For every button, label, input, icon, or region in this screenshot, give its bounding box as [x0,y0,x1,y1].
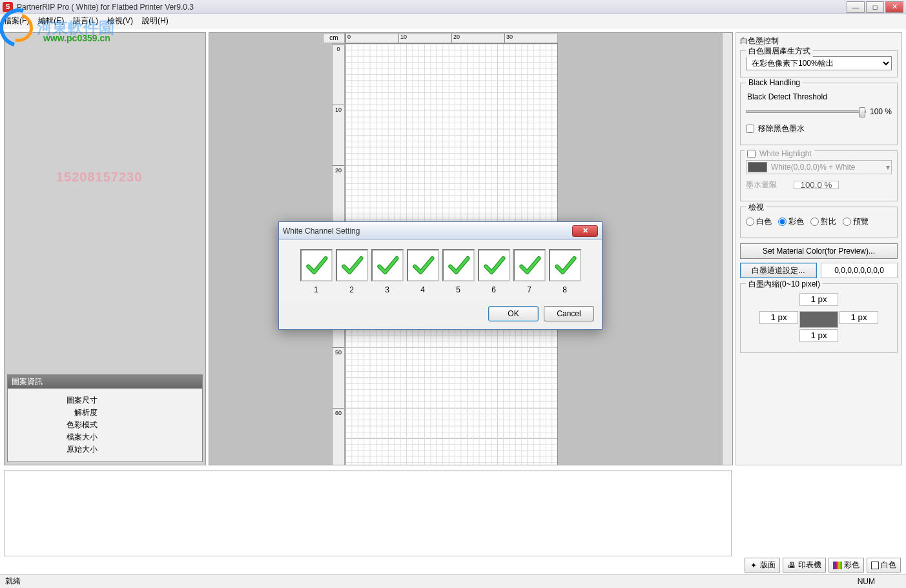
checkmark-icon [518,254,541,277]
channel-box[interactable] [407,249,439,281]
channel-box[interactable] [513,249,546,281]
cancel-button[interactable]: Cancel [544,306,594,321]
checkmark-icon [376,254,399,277]
channel-box[interactable] [371,249,404,281]
channel-box[interactable] [300,249,333,281]
channel-box[interactable] [549,249,581,281]
checkmark-icon [447,254,470,277]
channel-toggle-1[interactable]: 1 [300,249,333,294]
checkmark-icon [305,254,328,277]
channel-toggle-8[interactable]: 8 [549,249,581,294]
channel-number: 6 [478,285,510,294]
checkmark-icon [553,254,577,277]
channel-number: 3 [371,285,404,294]
modal-overlay: White Channel Setting ✕ 1 2 3 [0,0,906,588]
channel-number: 7 [513,285,546,294]
channel-toggle-5[interactable]: 5 [442,249,475,294]
checkmark-icon [411,254,435,277]
channel-box[interactable] [442,249,475,281]
channel-number: 1 [300,285,333,294]
channel-toggle-4[interactable]: 4 [407,249,439,294]
dialog-titlebar[interactable]: White Channel Setting ✕ [279,222,602,240]
channel-number: 4 [407,285,439,294]
dialog-title: White Channel Setting [283,227,572,236]
channel-number: 2 [336,285,368,294]
white-channel-dialog: White Channel Setting ✕ 1 2 3 [278,221,602,330]
channel-toggle-2[interactable]: 2 [336,249,368,294]
channel-number: 8 [549,285,581,294]
checkmark-icon [340,254,364,277]
channel-box[interactable] [478,249,510,281]
ok-button[interactable]: OK [488,306,539,321]
channel-toggle-3[interactable]: 3 [371,249,404,294]
checkmark-icon [482,254,506,277]
channel-toggle-7[interactable]: 7 [513,249,546,294]
channel-box[interactable] [336,249,368,281]
channel-number: 5 [442,285,475,294]
channel-toggle-6[interactable]: 6 [478,249,510,294]
dialog-close-button[interactable]: ✕ [572,225,598,237]
